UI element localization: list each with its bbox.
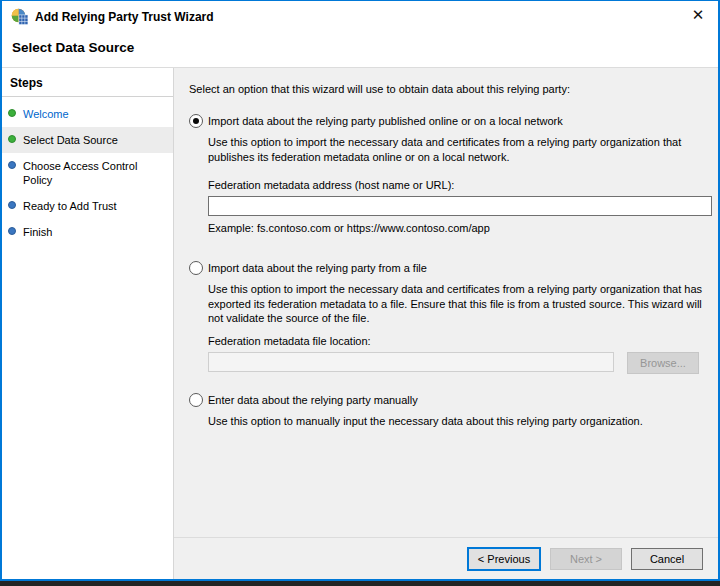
close-icon[interactable]: ✕ xyxy=(684,3,712,27)
step-label: Finish xyxy=(23,225,52,239)
option-online-description: Use this option to import the necessary … xyxy=(208,135,706,164)
cancel-button[interactable]: Cancel xyxy=(631,548,703,570)
sidebar-item-select-data-source[interactable]: Select Data Source xyxy=(2,127,173,153)
step-label: Welcome xyxy=(23,107,69,121)
page-header: Select Data Source xyxy=(2,32,718,67)
radio-import-file-label[interactable]: Import data about the relying party from… xyxy=(208,261,427,275)
sidebar-item-welcome[interactable]: Welcome xyxy=(2,101,173,127)
sidebar-item-finish[interactable]: Finish xyxy=(2,219,173,245)
step-label: Choose Access Control Policy xyxy=(23,159,167,187)
intro-text: Select an option that this wizard will u… xyxy=(189,82,706,96)
step-label: Ready to Add Trust xyxy=(23,199,117,213)
radio-import-online[interactable] xyxy=(189,114,203,128)
metadata-file-input xyxy=(208,352,614,372)
radio-import-file[interactable] xyxy=(189,261,203,275)
steps-sidebar: Steps Welcome Select Data Source Choose … xyxy=(2,68,174,579)
browse-button: Browse... xyxy=(627,352,699,374)
desktop-background-strip xyxy=(0,581,720,586)
metadata-address-input[interactable] xyxy=(208,196,712,216)
radio-enter-manually[interactable] xyxy=(189,393,203,407)
radio-import-online-label[interactable]: Import data about the relying party publ… xyxy=(208,114,563,128)
sidebar-item-choose-access-control-policy[interactable]: Choose Access Control Policy xyxy=(2,153,173,193)
metadata-file-label: Federation metadata file location: xyxy=(208,335,706,348)
app-icon xyxy=(11,8,28,25)
step-done-bullet-icon xyxy=(8,109,16,117)
page-title: Select Data Source xyxy=(12,40,134,55)
radio-enter-manually-label[interactable]: Enter data about the relying party manua… xyxy=(208,393,418,407)
window-title: Add Relying Party Trust Wizard xyxy=(35,10,684,24)
step-done-bullet-icon xyxy=(8,135,16,143)
metadata-address-example: Example: fs.contoso.com or https://www.c… xyxy=(208,222,706,235)
titlebar[interactable]: Add Relying Party Trust Wizard ✕ xyxy=(2,1,718,32)
option-file-description: Use this option to import the necessary … xyxy=(208,282,706,326)
step-todo-bullet-icon xyxy=(8,161,16,169)
sidebar-item-ready-to-add-trust[interactable]: Ready to Add Trust xyxy=(2,193,173,219)
next-button: Next > xyxy=(550,548,622,570)
metadata-address-label: Federation metadata address (host name o… xyxy=(208,179,706,192)
wizard-footer: < Previous Next > Cancel xyxy=(174,537,718,579)
previous-button[interactable]: < Previous xyxy=(467,547,541,571)
step-label: Select Data Source xyxy=(23,133,118,147)
step-todo-bullet-icon xyxy=(8,201,16,209)
option-manual-description: Use this option to manually input the ne… xyxy=(208,414,706,429)
steps-title: Steps xyxy=(2,73,173,97)
wizard-window: Add Relying Party Trust Wizard ✕ Select … xyxy=(0,0,720,581)
content-pane: Select an option that this wizard will u… xyxy=(174,68,718,579)
step-todo-bullet-icon xyxy=(8,227,16,235)
